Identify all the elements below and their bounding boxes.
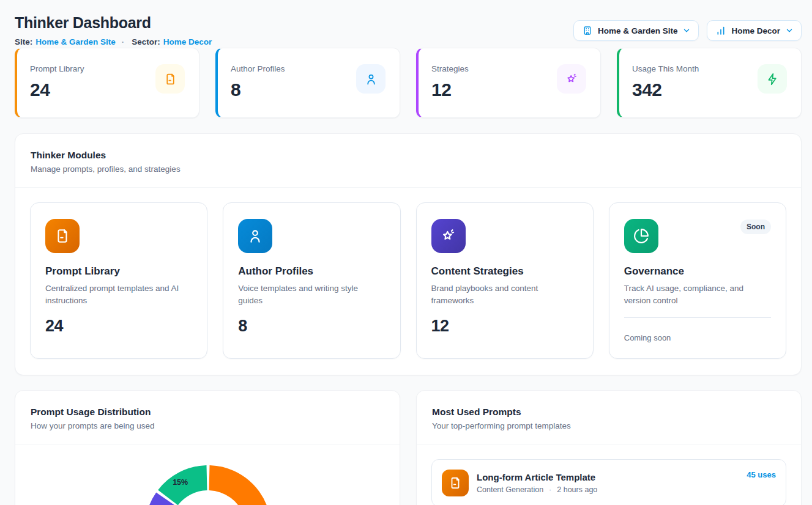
module-card-author-profiles[interactable]: Author Profiles Voice templates and writ… [223, 202, 400, 359]
usage-panel-title: Prompt Usage Distribution [31, 407, 384, 417]
usage-panel-header: Prompt Usage Distribution How your promp… [15, 391, 400, 444]
header-buttons: Home & Garden Site Home Decor [573, 20, 802, 41]
modules-subtitle: Manage prompts, profiles, and strategies [31, 165, 786, 174]
sparkle-star-icon [431, 219, 466, 253]
lightning-icon [758, 64, 787, 94]
module-title: Content Strategies [431, 266, 578, 277]
module-title: Governance [624, 266, 771, 277]
sector-dropdown-button[interactable]: Home Decor [707, 20, 802, 41]
dashboard-page: Thinker Dashboard Site: Home & Garden Si… [15, 0, 802, 505]
module-description: Track AI usage, compliance, and version … [624, 282, 759, 307]
site-dropdown-button[interactable]: Home & Garden Site [573, 20, 699, 41]
sector-link[interactable]: Home Decor [163, 37, 212, 46]
modules-header: Thinker Modules Manage prompts, profiles… [15, 134, 801, 188]
donut-chart-wrap: 40%35%10%15% [15, 444, 400, 505]
sector-label: Sector: [132, 37, 160, 46]
building-icon [583, 26, 592, 35]
module-coming-soon: Coming soon [624, 317, 771, 342]
prompt-item-category: Content Generation [477, 486, 543, 494]
chevron-down-icon [682, 26, 691, 35]
header-left: Thinker Dashboard Site: Home & Garden Si… [15, 15, 212, 46]
most-used-prompts-panel: Most Used Prompts Your top-performing pr… [416, 390, 802, 505]
stats-row: Prompt Library 24 Author Profiles 8 Stra… [15, 48, 802, 118]
module-card-prompt-library[interactable]: Prompt Library Centralized prompt templa… [30, 202, 207, 359]
prompts-panel-header: Most Used Prompts Your top-performing pr… [417, 391, 801, 444]
prompt-list-item[interactable]: Long-form Article Template Content Gener… [431, 459, 786, 505]
donut-slice [209, 465, 271, 505]
stat-card-author-profiles: Author Profiles 8 [215, 48, 400, 118]
prompt-item-meta: Content Generation · 2 hours ago [477, 486, 597, 494]
module-title: Author Profiles [238, 266, 385, 277]
stat-card-usage: Usage This Month 342 [617, 48, 802, 118]
donut-slice-label: 15% [173, 478, 188, 487]
module-count: 24 [45, 317, 192, 334]
thinker-modules-section: Thinker Modules Manage prompts, profiles… [15, 133, 802, 375]
pie-chart-icon [624, 219, 658, 253]
usage-donut-chart: 40%35%10%15% [15, 444, 400, 505]
usage-distribution-panel: Prompt Usage Distribution How your promp… [15, 390, 400, 505]
page-title: Thinker Dashboard [15, 15, 212, 31]
module-description: Voice templates and writing style guides [238, 282, 373, 307]
prompts-panel-subtitle: Your top-performing prompt templates [432, 422, 786, 430]
document-icon [442, 470, 469, 496]
prompt-item-title: Long-form Article Template [477, 472, 597, 482]
user-icon [238, 219, 272, 253]
stat-card-strategies: Strategies 12 [416, 48, 601, 118]
bar-chart-icon [716, 26, 726, 35]
modules-title: Thinker Modules [31, 150, 786, 160]
prompt-item-text: Long-form Article Template Content Gener… [477, 472, 597, 494]
module-count: 8 [238, 317, 385, 334]
sector-dropdown-label: Home Decor [731, 26, 780, 35]
bottom-row: Prompt Usage Distribution How your promp… [15, 390, 802, 505]
soon-badge: Soon [740, 219, 771, 234]
module-card-content-strategies[interactable]: Content Strategies Brand playbooks and c… [416, 202, 594, 359]
stat-card-prompt-library: Prompt Library 24 [15, 48, 199, 118]
module-title: Prompt Library [45, 266, 192, 277]
meta-separator: · [549, 486, 551, 494]
page-subtitle: Site: Home & Garden Site · Sector: Home … [15, 37, 212, 46]
modules-grid: Prompt Library Centralized prompt templa… [15, 188, 801, 374]
usage-panel-subtitle: How your prompts are being used [31, 422, 384, 430]
module-description: Brand playbooks and content frameworks [431, 282, 566, 307]
page-header: Thinker Dashboard Site: Home & Garden Si… [15, 15, 802, 46]
site-label: Site: [15, 37, 32, 46]
document-icon [155, 64, 185, 94]
site-dropdown-label: Home & Garden Site [598, 26, 678, 35]
subtitle-separator: · [122, 37, 124, 46]
site-link[interactable]: Home & Garden Site [35, 37, 116, 46]
prompts-panel-title: Most Used Prompts [432, 407, 786, 417]
chevron-down-icon [785, 26, 794, 35]
prompt-list: Long-form Article Template Content Gener… [417, 444, 801, 505]
sparkle-star-icon [557, 64, 586, 94]
module-count: 12 [431, 317, 578, 334]
prompt-item-time: 2 hours ago [557, 486, 597, 494]
module-description: Centralized prompt templates and AI inst… [45, 282, 180, 307]
prompt-item-uses: 45 uses [747, 470, 776, 479]
user-icon [356, 64, 386, 94]
module-card-governance[interactable]: Soon Governance Track AI usage, complian… [609, 202, 786, 359]
document-icon [45, 219, 80, 253]
